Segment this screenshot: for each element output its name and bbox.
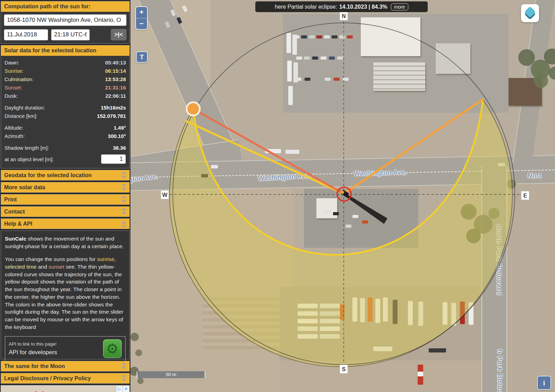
eclipse-value: 14.10.2023 | 84.3% — [339, 4, 387, 10]
chevron-down-icon — [121, 172, 126, 178]
chevron-down-icon — [121, 197, 126, 203]
solar-row-dusk: Dusk:22:06:11 — [1, 92, 129, 100]
annual-sun-variation-area — [170, 99, 512, 367]
sun-marker[interactable] — [187, 102, 200, 115]
layers-icon — [524, 6, 536, 18]
map-scale-bar: 50 m — [137, 371, 205, 378]
compass-east: E — [521, 191, 529, 200]
map-type-button[interactable]: T — [136, 51, 148, 63]
zoom-out-button[interactable]: − — [136, 18, 147, 29]
computation-header: Computation path of the sun for: — [1, 1, 129, 12]
accordion-print[interactable]: Print — [1, 194, 130, 205]
api-box: API to link to this page! API for develo… — [5, 336, 126, 361]
help-paragraph-1: SunCalc shows the movement of the sun an… — [5, 235, 126, 250]
solar-row-dawn: Dawn:05:40:13 — [1, 59, 129, 67]
eclipse-more-button[interactable]: more — [391, 3, 408, 10]
solar-row-culmination: Culmination:13:53:28 — [1, 75, 129, 84]
compass-north: N — [340, 11, 348, 20]
selected-time-link[interactable]: selected time — [5, 264, 36, 270]
object-level-row: at an object level [m]: — [1, 152, 129, 167]
solar-row-distance: Distance [km]:152.079.781 — [1, 112, 129, 120]
info-button[interactable]: i — [537, 376, 551, 390]
help-content: SunCalc shows the movement of the sun an… — [1, 230, 130, 359]
sidebar: Computation path of the sun for: >|< Sol… — [0, 0, 130, 392]
solar-data-header: Solar data for the selected location — [1, 45, 129, 56]
current-sun-dot — [341, 191, 344, 194]
ad-choices-icon[interactable]: ▷ — [117, 386, 122, 392]
sunset-link[interactable]: sunset — [49, 264, 65, 270]
eclipse-prefix: here Partial solar eclipse: — [275, 4, 337, 10]
compass-south: S — [340, 365, 348, 374]
time-input[interactable] — [51, 29, 90, 41]
solar-row-sunrise: Sunrise:06:15:14 — [1, 67, 129, 75]
solar-row-daylight: Daylight duration:15h16m2s — [1, 104, 129, 112]
ad-brand-text: Newchic — [7, 390, 50, 392]
accordion-geodata[interactable]: Geodata for the selected location — [1, 170, 130, 181]
gear-icon: ⚙ — [106, 342, 119, 356]
api-gear-button[interactable]: ⚙ — [103, 339, 122, 358]
solar-row-shadow: Shadow length [m]:38.36 — [1, 144, 129, 152]
date-input[interactable] — [4, 29, 48, 41]
ad-banner[interactable]: Newchic ▷ ✕ — [1, 385, 130, 392]
accordion-more-solar-data[interactable]: More solar data — [1, 182, 130, 193]
solar-row-sunset: Sunset:21:31:16 — [1, 84, 129, 92]
chevron-down-icon — [121, 363, 126, 369]
api-link-page[interactable]: API to link to this page! — [9, 341, 103, 348]
api-link-developers[interactable]: API for developers — [9, 348, 103, 357]
zoom-control: + − — [135, 6, 148, 30]
zoom-in-button[interactable]: + — [136, 7, 147, 18]
map-canvas[interactable]: gton Ave. Washington Ave. Washington Ave… — [130, 0, 555, 392]
solar-row-azimuth: Azimuth:300.10° — [1, 132, 129, 140]
accordion-legal[interactable]: Legal Disclosure / Privacy Policy — [1, 373, 130, 384]
chevron-up-icon — [121, 221, 126, 227]
solar-data-panel: Solar data for the selected location Daw… — [1, 45, 130, 168]
sunrise-link[interactable]: sunrise — [97, 256, 114, 262]
computation-panel: Computation path of the sun for: >|< — [1, 1, 130, 44]
chevron-down-icon — [121, 184, 126, 191]
accordion-contact[interactable]: Contact — [1, 206, 130, 217]
layers-button[interactable] — [521, 4, 539, 22]
eclipse-info-bar: here Partial solar eclipse: 14.10.2023 |… — [255, 1, 428, 12]
chevron-down-icon — [121, 209, 126, 215]
object-level-input[interactable] — [101, 154, 126, 164]
accordion-moon[interactable]: The same for the Moon — [1, 361, 130, 372]
compass-west: W — [161, 190, 169, 199]
help-paragraph-2: You can change the suns positions for su… — [5, 255, 126, 331]
chevron-down-icon — [121, 375, 126, 382]
ad-close-icon[interactable]: ✕ — [123, 386, 129, 392]
address-input[interactable] — [4, 14, 127, 26]
accordion-help-api[interactable]: Help & API — [1, 218, 130, 229]
solar-row-altitude: Altitude:1.49° — [1, 124, 129, 132]
swap-button[interactable]: >|< — [111, 29, 127, 41]
